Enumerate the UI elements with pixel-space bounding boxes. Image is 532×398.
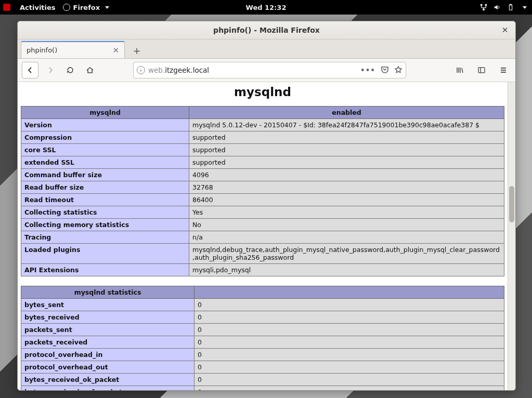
network-icon[interactable] [480, 4, 487, 11]
table-value: 0 [194, 324, 504, 336]
home-button[interactable] [82, 62, 98, 78]
table-row: Read timeout86400 [21, 194, 504, 206]
chevron-down-icon [105, 6, 109, 9]
table-row: packets_sent0 [21, 324, 504, 336]
reload-button[interactable] [62, 62, 78, 78]
table-key: bytes_received_ok_packet [21, 374, 194, 386]
content-scrollbar[interactable] [508, 82, 515, 390]
pocket-icon[interactable] [381, 65, 389, 75]
table-row: Command buffer size4096 [21, 169, 504, 181]
window-title: phpinfo() - Mozilla Firefox [213, 26, 320, 34]
window-titlebar[interactable]: phpinfo() - Mozilla Firefox ✕ [18, 21, 515, 39]
forward-button [43, 62, 58, 78]
table-value: supported [189, 156, 504, 169]
gnome-top-bar: Activities Firefox Wed 12:32 [0, 0, 532, 15]
page-actions-icon[interactable]: ••• [360, 66, 375, 74]
table-key: Read buffer size [21, 181, 189, 194]
library-icon[interactable] [452, 62, 468, 78]
url-bar[interactable]: i web.itzgeek.local ••• [133, 62, 406, 78]
tab-active[interactable]: phpinfo() ✕ [21, 41, 125, 58]
site-info-icon[interactable]: i [137, 66, 145, 74]
sidebar-icon[interactable] [474, 62, 489, 78]
table-key: extended SSL [21, 156, 189, 169]
table-value: n/a [189, 231, 504, 244]
svg-rect-3 [509, 5, 512, 10]
table-key: protocol_overhead_out [21, 361, 194, 374]
firefox-window: phpinfo() - Mozilla Firefox ✕ phpinfo() … [17, 21, 516, 391]
tab-label: phpinfo() [27, 46, 57, 54]
section-heading: mysqlnd [21, 85, 504, 99]
table-row: bytes_received0 [21, 311, 504, 324]
table-key: Tracing [21, 231, 189, 244]
table-row: Collecting memory statisticsNo [21, 219, 504, 231]
system-menu-chevron-icon[interactable] [523, 6, 527, 9]
table-key: Read timeout [21, 194, 189, 206]
table-key: Version [21, 119, 189, 131]
table-header: enabled [189, 107, 504, 119]
table-row: protocol_overhead_in0 [21, 349, 504, 361]
mysqlnd-statistics-table: mysqlnd statistics bytes_sent0bytes_rece… [21, 286, 504, 390]
table-value: 4096 [189, 169, 504, 181]
table-value: 86400 [189, 194, 504, 206]
url-subdomain: web. [148, 66, 165, 74]
svg-rect-0 [481, 4, 483, 6]
table-row: Versionmysqlnd 5.0.12-dev - 20150407 - $… [21, 119, 504, 131]
volume-icon[interactable] [494, 4, 501, 11]
table-row: Compressionsupported [21, 131, 504, 144]
new-tab-button[interactable]: + [129, 43, 145, 58]
url-host: itzgeek.local [165, 66, 209, 74]
table-value: Yes [189, 206, 504, 219]
page-content: mysqlnd mysqlnd enabled Versionmysqlnd 5… [18, 82, 508, 390]
tab-strip: phpinfo() ✕ + [18, 39, 515, 59]
table-header-empty [194, 286, 504, 299]
distro-icon [3, 4, 10, 11]
table-value: mysqli,pdo_mysql [189, 264, 504, 276]
table-header: mysqlnd statistics [21, 286, 194, 299]
table-value: 0 [194, 386, 504, 391]
scrollbar-thumb[interactable] [509, 186, 514, 222]
app-menu[interactable]: Firefox [63, 4, 110, 11]
table-row: extended SSLsupported [21, 156, 504, 169]
table-row: Loaded pluginsmysqlnd,debug_trace,auth_p… [21, 244, 504, 264]
table-value: 0 [194, 336, 504, 349]
table-value: 0 [194, 349, 504, 361]
bookmark-star-icon[interactable] [394, 65, 403, 75]
table-row: bytes_received_eof_packet0 [21, 386, 504, 391]
table-key: packets_sent [21, 324, 194, 336]
tab-close-button[interactable]: ✕ [112, 46, 119, 55]
menu-button[interactable] [496, 62, 511, 78]
table-value: 0 [194, 299, 504, 311]
table-row: bytes_received_ok_packet0 [21, 374, 504, 386]
table-key: bytes_received_eof_packet [21, 386, 194, 391]
table-row: Read buffer size32768 [21, 181, 504, 194]
table-value: 0 [194, 311, 504, 324]
table-value: 0 [194, 374, 504, 386]
navigation-toolbar: i web.itzgeek.local ••• [18, 59, 515, 82]
table-row: core SSLsupported [21, 144, 504, 156]
table-key: Collecting memory statistics [21, 219, 189, 231]
table-value: supported [189, 144, 504, 156]
table-key: Compression [21, 131, 189, 144]
window-close-button[interactable]: ✕ [500, 25, 510, 35]
clock[interactable]: Wed 12:32 [246, 4, 287, 11]
table-value: mysqlnd,debug_trace,auth_plugin_mysql_na… [189, 244, 504, 264]
table-key: bytes_sent [21, 299, 194, 311]
table-key: protocol_overhead_in [21, 349, 194, 361]
table-row: Collecting statisticsYes [21, 206, 504, 219]
table-key: core SSL [21, 144, 189, 156]
firefox-icon [63, 4, 70, 11]
svg-rect-4 [510, 4, 512, 5]
table-value: supported [189, 131, 504, 144]
back-button[interactable] [22, 62, 38, 78]
app-menu-label: Firefox [73, 4, 100, 11]
table-key: Collecting statistics [21, 206, 189, 219]
svg-rect-1 [485, 4, 487, 6]
svg-rect-5 [478, 68, 485, 73]
battery-icon[interactable] [507, 4, 514, 11]
table-value: 32768 [189, 181, 504, 194]
activities-button[interactable]: Activities [20, 4, 56, 11]
table-row: bytes_sent0 [21, 299, 504, 311]
table-key: Command buffer size [21, 169, 189, 181]
table-row: API Extensionsmysqli,pdo_mysql [21, 264, 504, 276]
table-key: API Extensions [21, 264, 189, 276]
